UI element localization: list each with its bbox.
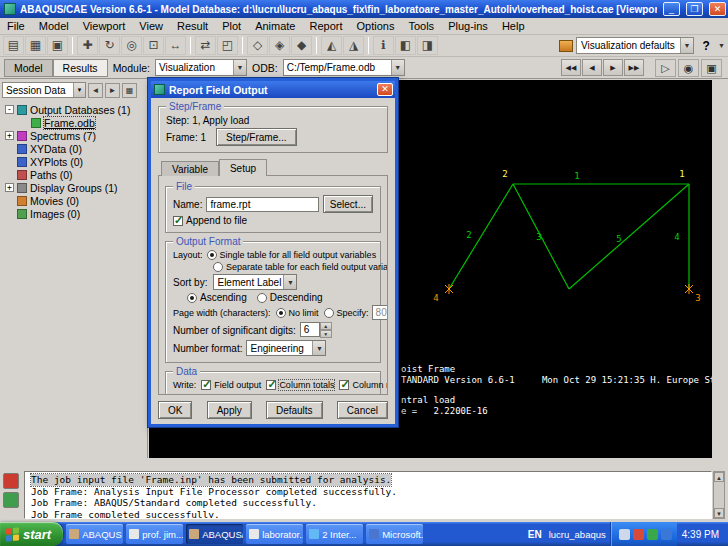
module-combo[interactable]: Visualization ▼ <box>155 59 247 76</box>
tab-results[interactable]: Results <box>53 59 108 77</box>
language-indicator[interactable]: EN <box>525 529 545 540</box>
rotate-icon[interactable]: ↻ <box>99 36 120 55</box>
tree-expander-icon[interactable]: + <box>5 131 14 140</box>
significant-digits-value[interactable]: 6 <box>300 322 320 337</box>
apply-button[interactable]: Apply <box>207 401 252 419</box>
tree-item-movies-0-[interactable]: Movies (0) <box>0 194 147 207</box>
chevron-down-icon[interactable]: ▼ <box>233 60 246 75</box>
taskbar-item[interactable]: 2 Inter... <box>306 524 363 544</box>
snapshot-button[interactable]: ◉ <box>678 59 699 77</box>
chevron-down-icon[interactable]: ▼ <box>680 38 693 53</box>
menu-file[interactable]: File <box>0 19 32 33</box>
separate-table-radio[interactable] <box>213 262 223 272</box>
tree-item-xydata-0-[interactable]: XYData (0) <box>0 142 147 155</box>
sort-by-combo[interactable]: Element Label ▼ <box>213 274 297 290</box>
next-frame-button[interactable]: ▶ <box>603 59 623 76</box>
column-totals-checkbox[interactable] <box>266 380 276 390</box>
ok-button[interactable]: OK <box>158 401 192 419</box>
specify-view-icon[interactable]: ◰ <box>217 36 238 55</box>
step-frame-button[interactable]: Step/Frame... <box>216 128 297 146</box>
chevron-down-icon[interactable]: ▼ <box>391 60 404 75</box>
open-database-icon[interactable]: ▤ <box>3 36 24 55</box>
wireframe-icon[interactable]: ◇ <box>247 36 268 55</box>
panel-next-button[interactable]: ► <box>105 83 120 98</box>
number-format-combo[interactable]: Engineering ▼ <box>246 340 326 356</box>
menu-viewport[interactable]: Viewport <box>76 19 133 33</box>
message-area-button[interactable] <box>3 473 19 489</box>
dialog-titlebar[interactable]: Report Field Output ✕ <box>151 81 395 98</box>
field-output-checkbox[interactable] <box>201 380 211 390</box>
scroll-up-icon[interactable]: ▲ <box>714 472 724 482</box>
tree-item-paths-0-[interactable]: Paths (0) <box>0 168 147 181</box>
page-width-input[interactable]: 80 <box>372 305 388 320</box>
print-icon[interactable]: ▣ <box>47 36 68 55</box>
camera-button[interactable]: ▣ <box>701 59 722 77</box>
hidden-line-icon[interactable]: ◈ <box>269 36 290 55</box>
cancel-button[interactable]: Cancel <box>337 401 388 419</box>
minimize-button[interactable]: _ <box>663 2 680 16</box>
query-icon[interactable]: ℹ <box>373 36 394 55</box>
chevron-down-icon[interactable]: ▼ <box>283 275 296 289</box>
auto-fit-icon[interactable]: ↔ <box>165 36 186 55</box>
start-button[interactable]: start <box>0 522 63 546</box>
message-scrollbar[interactable]: ▲ ▼ <box>713 471 725 519</box>
menu-plot[interactable]: Plot <box>215 19 248 33</box>
specify-radio[interactable] <box>324 308 334 318</box>
previous-frame-button[interactable]: ◀ <box>582 59 602 76</box>
scroll-down-icon[interactable]: ▼ <box>714 508 724 518</box>
display-group-icon[interactable]: ◧ <box>395 36 416 55</box>
menu-options[interactable]: Options <box>350 19 402 33</box>
chevron-down-icon[interactable]: ▼ <box>312 341 325 355</box>
tab-model[interactable]: Model <box>4 59 53 77</box>
tree-expander-icon[interactable]: - <box>5 105 14 114</box>
taskbar-item[interactable]: Microsoft... <box>366 524 423 544</box>
language-bar-label[interactable]: lucru_abaqus <box>545 529 610 540</box>
tray-icon[interactable] <box>661 529 672 540</box>
taskbar-item[interactable]: ABAQUS/... <box>186 524 243 544</box>
ascending-radio[interactable] <box>187 293 197 303</box>
panel-options-button[interactable]: ▦ <box>122 83 137 98</box>
tab-setup[interactable]: Setup <box>219 159 267 176</box>
close-button[interactable]: ✕ <box>709 2 726 16</box>
perspective-off-icon[interactable]: ◮ <box>343 36 364 55</box>
pan-icon[interactable]: ✚ <box>77 36 98 55</box>
menu-report[interactable]: Report <box>302 19 349 33</box>
tree-item-display-groups-1-[interactable]: +Display Groups (1) <box>0 181 147 194</box>
box-zoom-icon[interactable]: ⊡ <box>143 36 164 55</box>
menu-tools[interactable]: Tools <box>401 19 441 33</box>
significant-digits-spinner[interactable]: 6 ▲ ▼ <box>300 322 332 338</box>
taskbar-item[interactable]: ABAQUS ... <box>66 524 123 544</box>
shaded-icon[interactable]: ◆ <box>291 36 312 55</box>
column-minmax-checkbox[interactable] <box>339 380 349 390</box>
command-line-button[interactable] <box>3 492 19 508</box>
dialog-close-button[interactable]: ✕ <box>377 83 393 96</box>
taskbar-item[interactable]: laborator... <box>246 524 303 544</box>
taskbar-item[interactable]: prof. jim... <box>126 524 183 544</box>
tray-icon[interactable] <box>619 529 630 540</box>
maximize-button[interactable]: ❐ <box>686 2 703 16</box>
panel-prev-button[interactable]: ◄ <box>88 83 103 98</box>
last-frame-button[interactable]: ▶▶ <box>624 59 644 76</box>
display-defaults-combo[interactable]: Visualization defaults ▼ <box>576 37 694 54</box>
cycle-views-icon[interactable]: ⇄ <box>195 36 216 55</box>
chevron-down-icon[interactable]: ▼ <box>73 83 85 97</box>
tab-variable[interactable]: Variable <box>161 161 219 176</box>
first-frame-button[interactable]: ◀◀ <box>561 59 581 76</box>
session-data-combo[interactable]: Session Data ▼ <box>2 82 86 98</box>
color-code-icon[interactable]: ◨ <box>417 36 438 55</box>
menu-model[interactable]: Model <box>32 19 76 33</box>
defaults-button[interactable]: Defaults <box>266 401 323 419</box>
no-limit-radio[interactable] <box>276 308 286 318</box>
menu-animate[interactable]: Animate <box>248 19 302 33</box>
menu-help[interactable]: Help <box>495 19 532 33</box>
single-table-radio[interactable] <box>207 250 217 260</box>
select-file-button[interactable]: Select... <box>323 195 373 213</box>
perspective-on-icon[interactable]: ◭ <box>321 36 342 55</box>
tree-expander-icon[interactable]: + <box>5 183 14 192</box>
spinner-down-icon[interactable]: ▼ <box>320 330 332 338</box>
paint-roller-icon[interactable] <box>559 40 573 52</box>
odb-combo[interactable]: C:/Temp/Frame.odb ▼ <box>283 59 405 76</box>
report-name-input[interactable]: frame.rpt <box>206 197 318 212</box>
tree-item-frame-odb[interactable]: Frame.odb <box>0 116 147 129</box>
save-database-icon[interactable]: ▦ <box>25 36 46 55</box>
